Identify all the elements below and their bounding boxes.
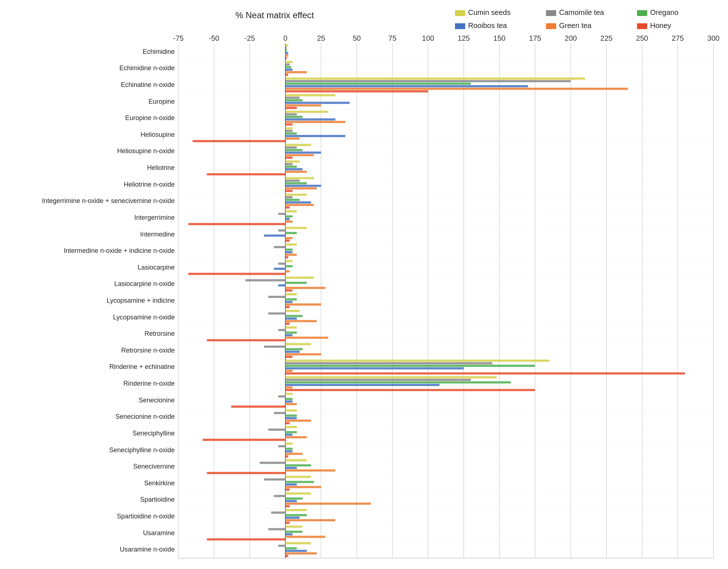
svg-rect-133 [274, 246, 285, 248]
svg-rect-278 [285, 547, 297, 549]
svg-rect-217 [285, 422, 290, 424]
svg-rect-205 [278, 395, 285, 398]
svg-text:225: 225 [600, 34, 612, 42]
svg-rect-256 [285, 502, 371, 505]
svg-rect-143 [274, 268, 285, 270]
svg-rect-207 [285, 401, 293, 403]
svg-text:Heliosupine: Heliosupine [141, 131, 175, 138]
svg-rect-189 [285, 362, 492, 364]
svg-rect-156 [285, 293, 297, 295]
svg-rect-47 [285, 68, 293, 71]
svg-rect-221 [268, 429, 285, 431]
svg-rect-283 [455, 10, 465, 16]
svg-rect-72 [285, 121, 345, 123]
svg-text:Echimidine n-oxide: Echimidine n-oxide [119, 64, 175, 72]
svg-rect-103 [285, 185, 321, 187]
svg-rect-81 [193, 140, 285, 142]
svg-rect-225 [203, 439, 285, 441]
svg-rect-159 [285, 301, 293, 303]
svg-rect-77 [285, 130, 293, 132]
svg-rect-200 [285, 386, 293, 389]
svg-rect-249 [285, 489, 290, 491]
svg-rect-129 [285, 240, 290, 242]
svg-rect-208 [285, 403, 297, 405]
svg-rect-252 [285, 492, 311, 494]
svg-rect-253 [274, 495, 285, 497]
svg-rect-271 [285, 533, 293, 536]
svg-text:Seneciphylline: Seneciphylline [132, 430, 175, 437]
svg-rect-264 [285, 519, 335, 521]
svg-rect-277 [278, 545, 285, 547]
svg-rect-165 [268, 313, 285, 315]
svg-rect-120 [285, 220, 293, 223]
svg-rect-254 [285, 497, 302, 500]
svg-rect-125 [278, 230, 285, 232]
svg-rect-142 [285, 265, 293, 267]
svg-rect-201 [285, 389, 535, 391]
svg-rect-260 [285, 509, 307, 511]
svg-rect-261 [271, 512, 285, 514]
svg-text:Heliosupine n-oxide: Heliosupine n-oxide [117, 147, 175, 155]
svg-rect-61 [285, 97, 300, 99]
svg-rect-86 [285, 149, 302, 151]
svg-text:Rinderine + echinatine: Rinderine + echinatine [109, 363, 175, 370]
svg-rect-68 [285, 111, 328, 113]
svg-rect-206 [285, 398, 293, 400]
svg-rect-57 [285, 90, 428, 92]
svg-rect-281 [285, 555, 288, 557]
svg-rect-62 [285, 99, 302, 102]
svg-rect-270 [285, 531, 302, 533]
svg-rect-293 [637, 23, 647, 29]
svg-rect-78 [285, 132, 297, 135]
svg-text:-75: -75 [173, 34, 184, 42]
svg-text:Senecivernine: Senecivernine [133, 463, 175, 470]
svg-rect-240 [285, 469, 335, 471]
svg-text:300: 300 [707, 34, 719, 42]
svg-rect-265 [285, 522, 290, 524]
svg-rect-223 [285, 434, 293, 436]
svg-rect-182 [285, 348, 302, 350]
svg-rect-141 [278, 263, 285, 265]
svg-text:Integerrimine n-oxide + seneci: Integerrimine n-oxide + senecivernine n-… [42, 197, 175, 204]
svg-rect-118 [285, 215, 293, 218]
svg-rect-289 [455, 23, 465, 29]
svg-rect-185 [285, 356, 293, 358]
svg-text:Rooibos tea: Rooibos tea [468, 21, 507, 29]
svg-rect-134 [285, 248, 293, 251]
svg-text:Heliotrine n-oxide: Heliotrine n-oxide [124, 181, 175, 188]
svg-rect-152 [285, 287, 325, 289]
svg-rect-121 [188, 223, 285, 225]
svg-rect-280 [285, 552, 317, 554]
svg-rect-97 [207, 173, 285, 175]
svg-rect-102 [285, 182, 307, 184]
svg-rect-193 [285, 372, 685, 374]
svg-rect-53 [285, 80, 571, 82]
svg-rect-287 [637, 10, 647, 16]
svg-rect-87 [285, 151, 321, 154]
svg-rect-220 [285, 426, 297, 428]
svg-rect-76 [285, 127, 293, 130]
svg-text:Senecionine n-oxide: Senecionine n-oxide [115, 413, 175, 420]
svg-text:25: 25 [317, 34, 325, 42]
svg-rect-268 [285, 526, 302, 528]
svg-text:Camomile tea: Camomile tea [559, 8, 604, 16]
svg-rect-257 [285, 505, 290, 507]
svg-rect-231 [285, 450, 293, 453]
svg-rect-245 [264, 478, 285, 481]
svg-rect-153 [285, 289, 293, 291]
svg-rect-174 [285, 331, 297, 334]
svg-text:275: 275 [672, 34, 684, 42]
svg-rect-199 [285, 384, 439, 386]
svg-rect-36 [285, 44, 288, 47]
svg-rect-54 [285, 83, 471, 85]
svg-rect-95 [285, 168, 302, 170]
svg-rect-180 [285, 343, 311, 345]
svg-rect-116 [285, 210, 297, 212]
svg-rect-144 [285, 270, 290, 272]
svg-rect-222 [285, 431, 297, 433]
svg-text:Usaramine: Usaramine [143, 529, 175, 537]
svg-rect-247 [285, 484, 297, 486]
svg-text:Intermedine n-oxide + indicine: Intermedine n-oxide + indicine n-oxide [64, 247, 175, 254]
svg-rect-157 [268, 296, 285, 298]
svg-rect-140 [285, 260, 293, 262]
